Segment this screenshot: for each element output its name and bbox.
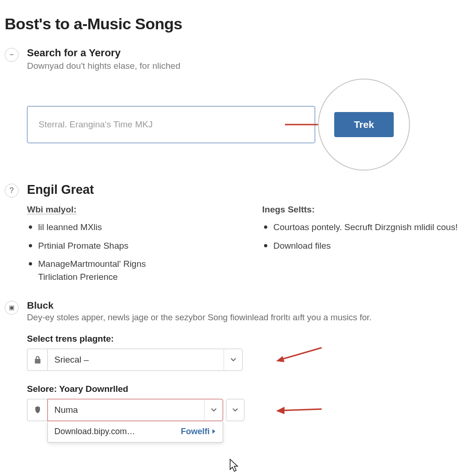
select-value: Sriecal – (48, 355, 224, 365)
select-row-2: Numa Download.bipy.com… Fowelfi (27, 399, 465, 421)
question-icon: ? (5, 184, 19, 198)
chevron-down-icon (224, 349, 242, 370)
dropdown-option[interactable]: Download.bipy.com… (54, 427, 135, 436)
dropdown-panel: Download.bipy.com… Fowelfi (47, 421, 223, 443)
step-info: ? Engil Great (5, 183, 465, 199)
arrow-left-icon (273, 403, 324, 417)
extra-dropdown-button[interactable] (226, 399, 245, 421)
page-title: Bost's to a-Music Songs (5, 15, 465, 33)
step-search: − Search for a Yerory Downyad dou't high… (5, 47, 465, 171)
list-item: Courtoas pontely. Secruft Dirzgnish mlid… (263, 221, 465, 233)
search-input[interactable] (27, 106, 315, 143)
step-block: ▣ Bluck Dey-ey stoles apper, newls jage … (5, 300, 465, 421)
select-value: Numa (48, 405, 204, 415)
right-heading: Inegs Seltts: (262, 205, 465, 215)
trek-button[interactable]: Trek (334, 112, 394, 137)
select-row-1: Sriecal – (27, 349, 465, 371)
step1-subtitle: Downyad dou't hights elase, for nliched (27, 61, 465, 71)
note-icon: ▣ (5, 301, 19, 315)
downrlled-select[interactable]: Numa (47, 399, 223, 421)
badge-icon (27, 399, 47, 421)
field2-label: Selore: Yoary Downrlled (27, 384, 465, 394)
step2-title: Engil Great (27, 183, 465, 197)
minus-icon: − (5, 48, 19, 62)
arrow-left-icon (273, 346, 324, 364)
lock-icon (27, 349, 47, 371)
right-column: Inegs Seltts: Courtoas pontely. Secruft … (262, 205, 465, 290)
svg-line-3 (282, 409, 322, 410)
list-item: Prtinial Promate Shaps (28, 240, 230, 252)
fowelfi-link[interactable]: Fowelfi (181, 427, 216, 436)
list-item: ManageMartmountal' Rigns Tirliclation Pr… (28, 258, 230, 283)
caret-right-icon (212, 429, 216, 434)
step3-subtitle: Dey-ey stoles apper, newls jage or the s… (27, 312, 465, 324)
list-item: Download files (263, 240, 465, 252)
action-bubble: Trek (318, 79, 410, 171)
info-columns: Wbi malyol: lil leanned MXlis Prtinial P… (27, 205, 465, 290)
plagnte-select[interactable]: Sriecal – (47, 349, 243, 371)
svg-marker-4 (276, 407, 284, 414)
chevron-down-icon (204, 399, 223, 421)
list-item: lil leanned MXlis (28, 221, 230, 233)
cursor-icon (227, 458, 241, 474)
left-column: Wbi malyol: lil leanned MXlis Prtinial P… (27, 205, 230, 290)
field1-label: Select trens plagnte: (27, 334, 465, 344)
left-heading: Wbi malyol: (27, 205, 230, 215)
step1-title: Search for a Yerory (27, 47, 465, 59)
svg-marker-2 (276, 356, 284, 362)
step3-title: Bluck (27, 300, 465, 311)
